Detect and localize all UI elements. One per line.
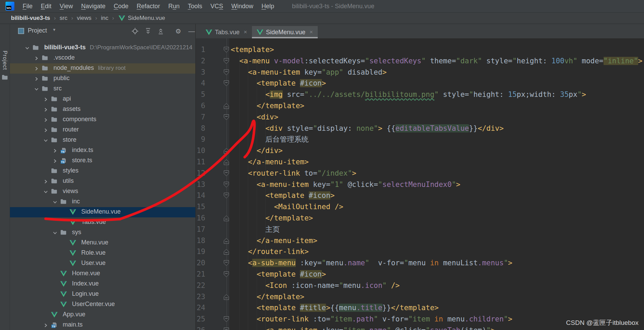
- tree-item-inc[interactable]: inc: [10, 197, 195, 207]
- tree-item-main-ts[interactable]: TSmain.ts: [10, 320, 195, 330]
- menubar-item-code[interactable]: Code: [110, 2, 132, 11]
- fold-close-icon[interactable]: [224, 215, 229, 221]
- chevron-expanded-icon[interactable]: [24, 45, 30, 51]
- fold-open-icon[interactable]: [224, 69, 229, 75]
- tree-item-assets[interactable]: assets: [10, 104, 195, 115]
- fold-open-icon[interactable]: [224, 271, 229, 277]
- menubar-item-window[interactable]: Window: [228, 2, 257, 11]
- code-line: 20 <a-sub-menu :key="menu.name" v-for="m…: [196, 257, 644, 269]
- chevron-collapsed-icon[interactable]: [43, 97, 49, 102]
- tree-item-app-vue[interactable]: App.vue: [10, 310, 195, 320]
- fold-open-icon[interactable]: [224, 182, 229, 188]
- fold-open-icon[interactable]: [224, 114, 229, 120]
- tree-item-views[interactable]: views: [10, 187, 195, 197]
- chevron-collapsed-icon[interactable]: [34, 66, 39, 72]
- tree-item-styles[interactable]: styles: [10, 166, 195, 176]
- tab-sidemenu-vue[interactable]: SideMenu.vue×: [252, 26, 318, 38]
- menubar-item-tools[interactable]: Tools: [184, 2, 206, 11]
- fold-open-icon[interactable]: [224, 316, 229, 322]
- tree-item-public[interactable]: public: [10, 74, 195, 84]
- tree-item-store-ts[interactable]: TSstore.ts: [10, 156, 195, 166]
- breadcrumb-item[interactable]: bilibili-vue3-ts: [10, 15, 51, 22]
- tree-item-components[interactable]: components: [10, 115, 195, 125]
- hide-icon[interactable]: —: [187, 27, 195, 36]
- breadcrumb-item[interactable]: inc: [100, 15, 109, 22]
- fold-close-icon[interactable]: [224, 249, 229, 255]
- fold-open-icon[interactable]: [224, 47, 229, 53]
- tree-item-tabs-vue[interactable]: Tabs.vue: [10, 217, 195, 228]
- tree-item-usercenter-vue[interactable]: UserCenter.vue: [10, 300, 195, 310]
- tree-item-role-vue[interactable]: Role.vue: [10, 248, 195, 258]
- code-editor[interactable]: 1<template>2 <a-menu v-model:selectedKey…: [196, 38, 644, 330]
- collapse-all-icon[interactable]: [156, 27, 165, 36]
- tree-item-home-vue[interactable]: Home.vue: [10, 269, 195, 279]
- chevron-expanded-icon[interactable]: [52, 230, 58, 236]
- menubar-item-refactor[interactable]: Refactor: [133, 2, 163, 11]
- tree-item-index-vue[interactable]: Index.vue: [10, 279, 195, 289]
- close-icon[interactable]: ×: [244, 29, 247, 36]
- tree-item-src[interactable]: src: [10, 84, 195, 94]
- tree-item-sidemenu-vue[interactable]: SideMenu.vue: [10, 207, 195, 217]
- tree-item-sys[interactable]: sys: [10, 228, 195, 238]
- tree-item-bilibili-vue3-ts[interactable]: bilibili-vue3-tsD:\ProgramWorkSpace\IDEA…: [10, 43, 195, 53]
- chevron-collapsed-icon[interactable]: [43, 322, 49, 328]
- breadcrumb-item[interactable]: SideMenu.vue: [127, 15, 166, 22]
- tree-item-user-vue[interactable]: User.vue: [10, 258, 195, 269]
- fold-open-icon[interactable]: [224, 80, 229, 86]
- chevron-collapsed-icon[interactable]: [52, 148, 58, 154]
- menubar-item-view[interactable]: View: [56, 2, 76, 11]
- fold-open-icon[interactable]: [224, 193, 229, 199]
- chevron-expanded-icon[interactable]: [52, 199, 58, 205]
- vue-icon: [70, 261, 76, 267]
- project-stripe-button[interactable]: Project: [2, 51, 8, 70]
- menubar-item-help[interactable]: Help: [258, 2, 278, 11]
- settings-icon[interactable]: ⚙: [174, 27, 183, 36]
- fold-open-icon[interactable]: [224, 58, 229, 64]
- expand-all-icon[interactable]: [144, 27, 153, 36]
- close-icon[interactable]: ×: [309, 29, 313, 36]
- tree-item-index-ts[interactable]: TSindex.ts: [10, 145, 195, 156]
- chevron-down-icon[interactable]: ▾: [53, 27, 56, 32]
- menubar-item-vcs[interactable]: VCS: [207, 2, 227, 11]
- chevron-collapsed-icon[interactable]: [43, 107, 49, 113]
- code-line: 16 </template>: [196, 213, 644, 224]
- tree-item-router[interactable]: router: [10, 125, 195, 135]
- project-panel-title[interactable]: Project: [28, 27, 47, 34]
- fold-open-icon[interactable]: [224, 170, 229, 176]
- tree-item-store[interactable]: store: [10, 135, 195, 145]
- breadcrumb-item[interactable]: src: [59, 15, 68, 22]
- chevron-collapsed-icon[interactable]: [52, 158, 58, 164]
- chevron-collapsed-icon[interactable]: [43, 179, 49, 185]
- chevron-expanded-icon[interactable]: [43, 138, 49, 143]
- tab-tabs-vue[interactable]: Tabs.vue×: [201, 26, 252, 38]
- fold-close-icon[interactable]: [224, 103, 229, 109]
- chevron-expanded-icon[interactable]: [43, 189, 49, 195]
- menubar-item-file[interactable]: File: [19, 2, 36, 11]
- locate-icon[interactable]: [131, 27, 139, 36]
- ts-icon: TS: [60, 148, 66, 154]
- tree-item-node-modules[interactable]: node_moduleslibrary root: [10, 63, 195, 74]
- tree-item-label: Menu.vue: [81, 239, 108, 246]
- menubar-item-edit[interactable]: Edit: [37, 2, 55, 11]
- chevron-collapsed-icon[interactable]: [43, 117, 49, 123]
- tree-item-api[interactable]: api: [10, 94, 195, 104]
- fold-open-icon[interactable]: [224, 260, 229, 266]
- fold-close-icon[interactable]: [224, 148, 229, 154]
- fold-close-icon[interactable]: [224, 294, 229, 300]
- chevron-expanded-icon[interactable]: [34, 86, 39, 92]
- chevron-collapsed-icon[interactable]: [34, 76, 39, 82]
- fold-close-icon[interactable]: [224, 238, 229, 244]
- menubar-item-navigate[interactable]: Navigate: [78, 2, 109, 11]
- tree-item-menu-vue[interactable]: Menu.vue: [10, 238, 195, 248]
- menubar-item-run[interactable]: Run: [165, 2, 183, 11]
- fold-open-icon[interactable]: [224, 328, 229, 330]
- tree-item-login-vue[interactable]: Login.vue: [10, 289, 195, 300]
- fold-close-icon[interactable]: [224, 159, 229, 165]
- tree-item--vscode[interactable]: .vscode: [10, 53, 195, 63]
- line-number: 1: [196, 44, 205, 55]
- code-text: <router-link :to="item.path" v-for="item…: [231, 314, 512, 325]
- chevron-collapsed-icon[interactable]: [34, 55, 39, 61]
- chevron-collapsed-icon[interactable]: [43, 127, 49, 133]
- tree-item-utils[interactable]: utils: [10, 176, 195, 187]
- breadcrumb-item[interactable]: views: [76, 15, 92, 22]
